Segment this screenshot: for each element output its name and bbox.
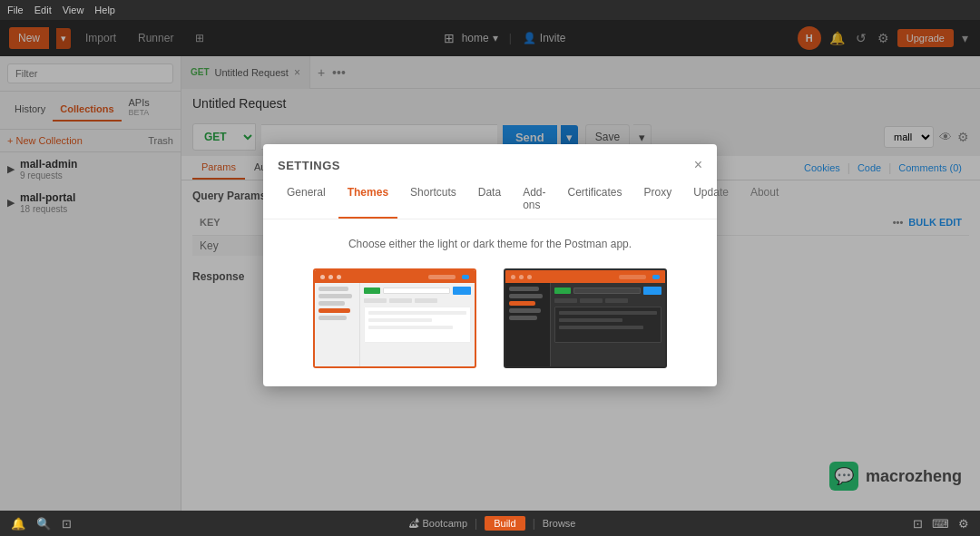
settings-modal: SETTINGS × General Themes Shortcuts Data… [263, 144, 717, 386]
modal-title: SETTINGS [278, 159, 340, 172]
bottom-bar: 🔔 🔍 ⊡ 🏕 Bootcamp | Build | Browse ⊡ ⌨ ⚙ [0, 511, 980, 536]
menu-view[interactable]: View [63, 5, 84, 15]
modal-tab-data[interactable]: Data [469, 180, 510, 219]
modal-tab-proxy[interactable]: Proxy [635, 180, 681, 219]
bottom-icon-1[interactable]: 🔔 [11, 517, 25, 531]
modal-tab-general[interactable]: General [278, 180, 335, 219]
modal-tab-shortcuts[interactable]: Shortcuts [401, 180, 466, 219]
theme-options [278, 268, 702, 368]
modal-tab-themes[interactable]: Themes [338, 180, 397, 219]
modal-header: SETTINGS × [263, 144, 717, 173]
bottom-center: 🏕 Bootcamp | Build | Browse [409, 516, 576, 531]
modal-tabs: General Themes Shortcuts Data Add-ons Ce… [263, 173, 717, 219]
modal-overlay[interactable]: SETTINGS × General Themes Shortcuts Data… [0, 20, 980, 511]
browse-button[interactable]: Browse [543, 518, 576, 529]
bottom-left: 🔔 🔍 ⊡ [11, 517, 72, 531]
modal-tab-certificates[interactable]: Certificates [558, 180, 631, 219]
layout-icon[interactable]: ⊡ [913, 517, 923, 531]
build-button[interactable]: Build [485, 516, 524, 531]
bottom-right: ⊡ ⌨ ⚙ [913, 517, 969, 531]
menu-help[interactable]: Help [94, 5, 115, 15]
bottom-settings-icon[interactable]: ⚙ [958, 517, 969, 531]
light-theme-preview [313, 268, 476, 368]
bootcamp-icon: 🏕 [409, 518, 419, 529]
modal-description: Choose either the light or dark theme fo… [278, 238, 702, 250]
theme-light[interactable] [313, 268, 476, 368]
theme-dark[interactable] [504, 268, 667, 368]
modal-close-button[interactable]: × [694, 157, 702, 173]
bottom-icon-3[interactable]: ⊡ [62, 517, 72, 531]
menu-bar: File Edit View Help [0, 0, 980, 20]
modal-tab-update[interactable]: Update [684, 180, 738, 219]
modal-body: Choose either the light or dark theme fo… [263, 219, 717, 386]
bottom-icon-2[interactable]: 🔍 [36, 517, 51, 531]
modal-tab-addons[interactable]: Add-ons [514, 180, 554, 219]
dark-theme-preview [504, 268, 667, 368]
keyboard-icon[interactable]: ⌨ [932, 517, 949, 531]
bootcamp-button[interactable]: 🏕 Bootcamp [409, 518, 468, 529]
menu-file[interactable]: File [7, 5, 24, 15]
menu-edit[interactable]: Edit [34, 5, 52, 15]
modal-tab-about[interactable]: About [741, 180, 788, 219]
